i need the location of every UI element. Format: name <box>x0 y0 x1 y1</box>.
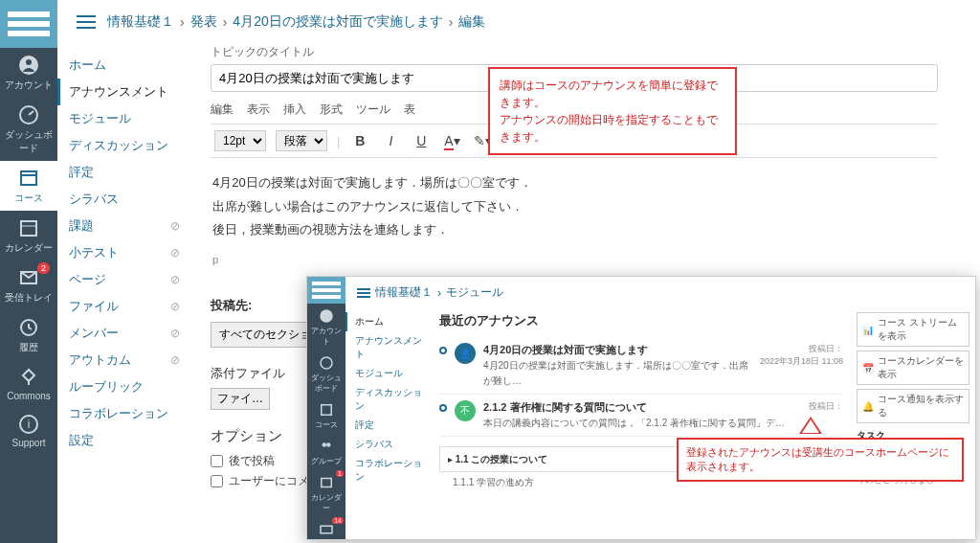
avatar: 👤 <box>455 343 476 364</box>
nav-groups[interactable]: グループ <box>307 434 345 470</box>
nav-account[interactable]: アカウント <box>307 304 345 351</box>
nav-inbox[interactable]: 14受信トレイ <box>307 517 345 540</box>
nav-calendar[interactable]: カレンダー <box>0 211 57 260</box>
text-color-button[interactable]: A▾ <box>441 133 462 148</box>
nav-course[interactable]: コース <box>307 397 345 434</box>
cn-settings[interactable]: 設定 <box>57 427 191 454</box>
nav-account[interactable]: アカウント <box>0 48 57 98</box>
view-stream-button[interactable]: 📊 コース ストリームを表示 <box>857 312 969 347</box>
breadcrumb-item[interactable]: 4月20日の授業は対面で実施します <box>233 13 442 31</box>
hidden-icon: ⊘ <box>170 300 180 313</box>
nav-dashboard[interactable]: ダッシュボード <box>0 98 57 161</box>
cn-announcements[interactable]: アナウンスメント <box>345 331 432 364</box>
title-label: トピックのタイトル <box>211 44 961 60</box>
overlay-breadcrumb: 情報基礎１› モジュール <box>345 277 975 308</box>
choose-file-button[interactable]: ファイ… <box>211 388 270 410</box>
overlay-course-nav: ホーム アナウンスメント モジュール ディスカッション 評定 シラバス コラボレ… <box>345 308 432 539</box>
cn-syllabus[interactable]: シラバス <box>345 435 432 454</box>
breadcrumb-item[interactable]: 発表 <box>190 13 217 31</box>
cn-files[interactable]: ファイル⊘ <box>57 293 191 320</box>
nav-dashboard[interactable]: ダッシュボード <box>307 351 345 397</box>
cn-grades[interactable]: 評定 <box>57 159 191 186</box>
svg-rect-12 <box>322 479 332 487</box>
menu-edit[interactable]: 編集 <box>211 102 234 118</box>
cn-home[interactable]: ホーム <box>57 52 191 79</box>
nav-support[interactable]: i Support <box>0 407 57 454</box>
breadcrumb: 情報基礎１› 発表› 4月20日の授業は対面で実施します› 編集 <box>57 0 980 44</box>
calendar-icon <box>17 216 40 239</box>
recent-announcements-heading: 最近のアナウンス <box>439 312 843 329</box>
overlay-screenshot: アカウント ダッシュボード コース グループ 1カレンダー 14受信トレイ 情報… <box>306 276 976 540</box>
avatar: 不 <box>455 400 476 421</box>
cn-modules[interactable]: モジュール <box>345 364 432 383</box>
cn-collaborations[interactable]: コラボレーション <box>345 454 432 486</box>
cn-collaborations[interactable]: コラボレーション <box>57 400 191 427</box>
view-calendar-button[interactable]: 📅 コースカレンダーを表示 <box>857 351 969 385</box>
block-format-select[interactable]: 段落 <box>276 130 327 151</box>
svg-rect-3 <box>21 221 36 236</box>
dashboard-icon <box>17 103 40 126</box>
menu-view[interactable]: 表示 <box>247 102 270 118</box>
svg-rect-9 <box>322 405 332 416</box>
unread-dot-icon <box>439 404 447 412</box>
cn-rubrics[interactable]: ルーブリック <box>57 373 191 400</box>
nav-history[interactable]: 履歴 <box>0 310 57 360</box>
history-icon <box>17 316 40 339</box>
cn-announcements[interactable]: アナウンスメント <box>57 79 191 105</box>
annotation-box-2: 登録されたアナウンスは受講生のコースホームページに表示されます。 <box>677 438 964 482</box>
course-icon <box>17 167 40 190</box>
overlay-global-nav: アカウント ダッシュボード コース グループ 1カレンダー 14受信トレイ <box>307 277 345 539</box>
hidden-icon: ⊘ <box>170 273 180 286</box>
svg-point-11 <box>326 442 331 447</box>
element-path: p <box>212 250 936 270</box>
announcement-item[interactable]: 不 2.1.2 著作権に関する質問について本日の講義内容についての質問は，「2.… <box>439 395 843 437</box>
svg-text:i: i <box>28 418 31 431</box>
svg-point-8 <box>321 357 332 369</box>
cn-people[interactable]: メンバー⊘ <box>57 320 191 347</box>
cn-home[interactable]: ホーム <box>345 312 432 331</box>
font-size-select[interactable]: 12pt <box>214 130 266 151</box>
cn-discussions[interactable]: ディスカッション <box>345 383 432 416</box>
hamburger-icon[interactable] <box>77 15 96 29</box>
cn-grades[interactable]: 評定 <box>345 416 432 435</box>
nav-calendar[interactable]: 1カレンダー <box>307 470 345 517</box>
global-nav: アカウント ダッシュボード コース カレンダー 2 受信トレイ 履歴 Commo… <box>0 0 57 543</box>
breadcrumb-item[interactable]: 情報基礎１ <box>107 13 174 31</box>
logo <box>307 277 345 304</box>
inbox-badge: 2 <box>37 262 50 274</box>
cn-assignments[interactable]: 課題⊘ <box>57 213 191 239</box>
announcement-item[interactable]: 👤 4月20日の授業は対面で実施します4月20日の授業は対面で実施します．場所は… <box>439 337 843 395</box>
cn-discussions[interactable]: ディスカッション <box>57 132 191 159</box>
svg-point-1 <box>26 59 32 65</box>
menu-format[interactable]: 形式 <box>320 102 343 118</box>
breadcrumb-current: 編集 <box>458 13 485 31</box>
underline-button[interactable]: U <box>411 133 432 148</box>
rce-body[interactable]: 4月20日の授業は対面で実施します．場所は〇〇室です． 出席が難しい場合はこのア… <box>211 158 938 283</box>
bold-button[interactable]: B <box>349 133 370 148</box>
overlay-sidebar: 📊 コース ストリームを表示 📅 コースカレンダーを表示 🔔 コース通知を表示す… <box>851 308 975 539</box>
cn-pages[interactable]: ページ⊘ <box>57 266 191 293</box>
overlay-main: 最近のアナウンス 👤 4月20日の授業は対面で実施します4月20日の授業は対面で… <box>432 308 851 539</box>
svg-point-7 <box>320 309 333 323</box>
view-notifications-button[interactable]: 🔔 コース通知を表示する <box>857 389 969 423</box>
cn-syllabus[interactable]: シラバス <box>57 186 191 213</box>
hamburger-icon[interactable] <box>357 288 370 298</box>
cn-modules[interactable]: モジュール <box>57 105 191 132</box>
hidden-icon: ⊘ <box>170 327 180 340</box>
menu-insert[interactable]: 挿入 <box>283 102 306 118</box>
cn-quizzes[interactable]: 小テスト⊘ <box>57 239 191 266</box>
cn-outcomes[interactable]: アウトカム⊘ <box>57 347 191 373</box>
commons-icon <box>17 366 40 389</box>
hidden-icon: ⊘ <box>170 219 180 233</box>
annotation-tail <box>799 417 822 434</box>
italic-button[interactable]: I <box>380 133 401 148</box>
menu-tools[interactable]: ツール <box>356 102 390 118</box>
menu-table[interactable]: 表 <box>404 102 415 118</box>
hidden-icon: ⊘ <box>170 246 180 260</box>
nav-commons[interactable]: Commons <box>0 360 57 407</box>
nav-course[interactable]: コース <box>0 161 57 211</box>
svg-point-10 <box>323 442 327 447</box>
nav-inbox[interactable]: 2 受信トレイ <box>0 260 57 310</box>
unread-dot-icon <box>439 347 447 354</box>
account-icon <box>17 54 40 77</box>
